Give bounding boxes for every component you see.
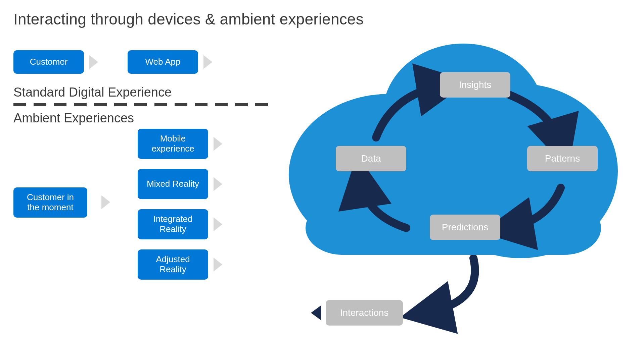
chevron-right-icon [89, 54, 99, 70]
channel-row: Mixed Reality [138, 169, 224, 199]
cloud-diagram: Insights Patterns Predictions Data [285, 40, 621, 275]
svg-marker-6 [214, 257, 222, 271]
left-column: Customer Web App Standard Digital Experi… [13, 50, 275, 330]
channel-row: Integrated Reality [138, 209, 224, 239]
slide-title: Interacting through devices & ambient ex… [13, 10, 631, 28]
node-data: Data [336, 146, 406, 171]
standard-flow-row: Customer Web App [13, 50, 275, 74]
svg-marker-4 [214, 177, 222, 191]
chevron-right-icon [213, 256, 224, 273]
svg-marker-11 [311, 305, 321, 320]
heading-ambient: Ambient Experiences [13, 111, 275, 125]
right-column: Insights Patterns Predictions Data Inter… [285, 40, 631, 335]
svg-marker-5 [214, 217, 222, 231]
svg-marker-2 [101, 195, 110, 209]
svg-marker-0 [89, 55, 98, 69]
heading-standard: Standard Digital Experience [13, 85, 275, 100]
output-arrow-icon [386, 255, 520, 342]
box-webapp: Web App [128, 50, 198, 74]
chevron-right-icon [213, 176, 224, 192]
node-insights: Insights [440, 72, 510, 98]
ambient-channel-stack: Mobile experience Mixed Reality Integrat… [138, 129, 224, 280]
box-channel: Mixed Reality [138, 169, 208, 199]
chevron-left-icon [310, 305, 322, 322]
box-customer-moment: Customer in the moment [13, 187, 87, 218]
divider-dashed [13, 103, 275, 106]
box-customer: Customer [13, 50, 84, 74]
channel-row: Mobile experience [138, 129, 224, 159]
box-channel: Integrated Reality [138, 209, 208, 239]
svg-marker-3 [214, 137, 222, 151]
channel-row: Adjusted Reality [138, 249, 224, 280]
ambient-area: Customer in the moment Mobile experience… [13, 129, 275, 330]
node-patterns: Patterns [527, 146, 598, 171]
chevron-right-icon [203, 54, 214, 70]
node-predictions: Predictions [430, 215, 500, 240]
chevron-right-icon [213, 136, 224, 152]
node-interactions: Interactions [326, 300, 403, 326]
slide-root: Interacting through devices & ambient ex… [0, 0, 644, 344]
chevron-right-icon [213, 216, 224, 232]
svg-marker-1 [203, 55, 212, 69]
box-channel: Adjusted Reality [138, 249, 208, 280]
chevron-right-icon [101, 194, 111, 210]
box-channel: Mobile experience [138, 129, 208, 159]
